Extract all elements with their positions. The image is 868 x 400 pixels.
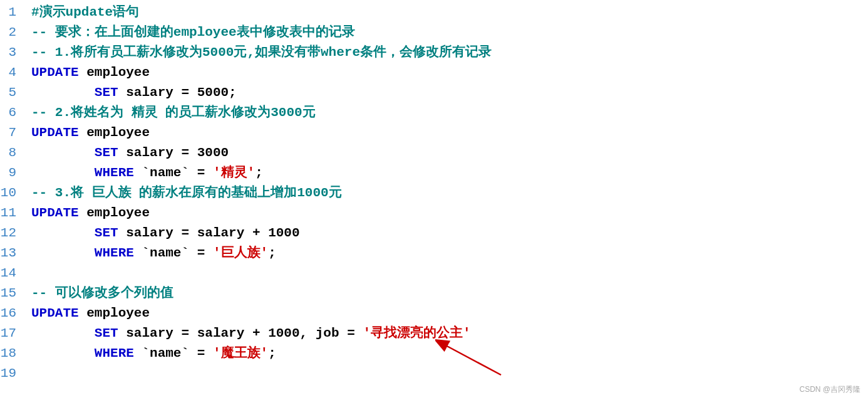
token-keyword: SET xyxy=(95,326,118,340)
code-line: 8 SET salary = 3000 xyxy=(0,143,868,163)
code-line: 14 xyxy=(0,263,868,283)
token-op: + xyxy=(252,326,261,340)
token-ident xyxy=(31,145,95,160)
line-number: 19 xyxy=(0,364,31,384)
token-keyword: SET xyxy=(95,85,118,100)
token-num: 1000 xyxy=(268,326,299,340)
token-op: ; xyxy=(268,246,276,260)
token-ident xyxy=(31,85,95,100)
token-op: = xyxy=(181,326,189,340)
line-number: 9 xyxy=(0,163,31,183)
token-str: '精灵' xyxy=(213,166,255,180)
line-content: UPDATE employee xyxy=(31,203,150,223)
token-ident xyxy=(134,246,142,260)
token-ident xyxy=(261,226,269,240)
token-ident xyxy=(31,226,95,240)
line-number: 10 xyxy=(0,183,31,203)
token-ident xyxy=(189,246,197,260)
line-content: SET salary = 3000 xyxy=(31,143,229,163)
token-ident xyxy=(31,166,95,180)
line-content: SET salary = 5000; xyxy=(31,83,237,103)
line-content: -- 2.将姓名为 精灵 的员工薪水修改为3000元 xyxy=(31,103,316,123)
line-number: 8 xyxy=(0,143,31,163)
line-number: 4 xyxy=(0,63,31,83)
token-op: = xyxy=(197,246,205,260)
token-num: 5000 xyxy=(197,85,229,100)
token-ident xyxy=(189,346,197,361)
token-op: ` xyxy=(181,246,189,260)
code-line: 13 WHERE `name` = '巨人族'; xyxy=(0,243,868,263)
token-op: = xyxy=(181,226,189,240)
token-keyword: UPDATE xyxy=(31,206,79,220)
token-op: = xyxy=(197,166,205,180)
token-comment-dash: -- 可以修改多个列的值 xyxy=(31,286,173,300)
token-keyword: UPDATE xyxy=(31,125,79,140)
token-str: '魔王族' xyxy=(213,346,268,361)
line-number: 5 xyxy=(0,83,31,103)
token-ident xyxy=(31,346,95,361)
code-block: 1#演示update语句2-- 要求：在上面创建的employee表中修改表中的… xyxy=(0,3,868,384)
code-line: 4UPDATE employee xyxy=(0,63,868,83)
token-op: ` xyxy=(181,166,189,180)
token-ident: employee xyxy=(79,206,150,220)
token-ident xyxy=(189,166,197,180)
watermark-text: CSDN @吉冈秀隆 xyxy=(799,384,860,395)
line-number: 18 xyxy=(0,344,31,364)
token-keyword: SET xyxy=(95,226,118,240)
line-content: WHERE `name` = '巨人族'; xyxy=(31,243,276,263)
line-content: -- 可以修改多个列的值 xyxy=(31,283,173,303)
token-op: ; xyxy=(229,85,237,100)
token-ident xyxy=(205,346,213,361)
token-op: = xyxy=(181,85,189,100)
token-num: 3000 xyxy=(197,145,229,160)
code-line: 11UPDATE employee xyxy=(0,203,868,223)
token-ident xyxy=(205,166,213,180)
line-content: UPDATE employee xyxy=(31,63,150,83)
token-op: = xyxy=(197,346,205,361)
token-ident: salary xyxy=(189,226,252,240)
line-number: 3 xyxy=(0,43,31,63)
token-keyword: SET xyxy=(95,145,118,160)
line-number: 11 xyxy=(0,203,31,223)
code-line: 3-- 1.将所有员工薪水修改为5000元,如果没有带where条件，会修改所有… xyxy=(0,43,868,63)
token-op: = xyxy=(347,326,355,340)
line-number: 7 xyxy=(0,123,31,143)
token-ident: employee xyxy=(79,306,150,320)
code-line: 10-- 3.将 巨人族 的薪水在原有的基础上增加1000元 xyxy=(0,183,868,203)
code-line: 2-- 要求：在上面创建的employee表中修改表中的记录 xyxy=(0,23,868,43)
line-number: 1 xyxy=(0,3,31,23)
line-content: SET salary = salary + 1000, job = '寻找漂亮的… xyxy=(31,324,471,344)
code-line: 1#演示update语句 xyxy=(0,3,868,23)
code-line: 17 SET salary = salary + 1000, job = '寻找… xyxy=(0,324,868,344)
token-op: ` xyxy=(142,166,150,180)
line-number: 12 xyxy=(0,223,31,243)
line-content: UPDATE employee xyxy=(31,123,150,143)
line-content: UPDATE employee xyxy=(31,303,150,324)
line-number: 13 xyxy=(0,243,31,263)
token-op: + xyxy=(252,226,261,240)
token-ident xyxy=(134,346,142,361)
line-content: -- 3.将 巨人族 的薪水在原有的基础上增加1000元 xyxy=(31,183,342,203)
token-ident xyxy=(355,326,363,340)
token-ident xyxy=(134,166,142,180)
token-str: '巨人族' xyxy=(213,246,268,260)
code-line: 9 WHERE `name` = '精灵'; xyxy=(0,163,868,183)
line-number: 17 xyxy=(0,324,31,344)
code-line: 7UPDATE employee xyxy=(0,123,868,143)
line-content: -- 1.将所有员工薪水修改为5000元,如果没有带where条件，会修改所有记… xyxy=(31,43,492,63)
line-number: 15 xyxy=(0,283,31,303)
line-number: 16 xyxy=(0,303,31,324)
token-op: , xyxy=(300,326,308,340)
line-number: 2 xyxy=(0,23,31,43)
token-ident: salary xyxy=(118,85,182,100)
line-content: WHERE `name` = '精灵'; xyxy=(31,163,263,183)
token-ident: job xyxy=(307,326,347,340)
token-op: = xyxy=(181,145,189,160)
line-number: 6 xyxy=(0,103,31,123)
token-ident xyxy=(189,145,197,160)
token-ident: salary xyxy=(189,326,252,340)
token-op: ; xyxy=(255,166,263,180)
token-comment-hash: #演示update语句 xyxy=(31,5,139,19)
token-keyword: WHERE xyxy=(95,166,134,180)
token-ident: salary xyxy=(118,226,182,240)
